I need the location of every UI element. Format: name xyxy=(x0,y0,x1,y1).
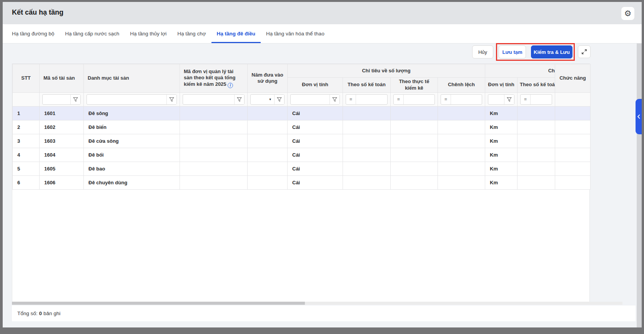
col-header-qty-accounting[interactable]: Theo số kế toán xyxy=(343,78,391,93)
cell-empty xyxy=(343,148,391,162)
tab-ha-tang-van-hoa-the-thao[interactable]: Hạ tầng văn hóa thể thao xyxy=(261,24,330,43)
filter-funnel-icon[interactable] xyxy=(70,95,80,104)
filter-input-asset-category[interactable] xyxy=(87,95,166,104)
filter-equals-operator[interactable]: = xyxy=(346,95,356,104)
filter-input-unit-code[interactable] xyxy=(183,95,234,104)
cell-qty-unit: Cái xyxy=(288,134,343,148)
assets-table: STT Mã số tài sản Danh mục tài sản Mã đơ… xyxy=(12,63,590,302)
col-header-unit-code[interactable]: Mã đơn vị quản lý tài sản theo kết quả t… xyxy=(180,64,248,93)
cell-empty xyxy=(438,162,485,175)
cell-stt: 2 xyxy=(13,120,40,134)
table-row[interactable]: 4 1604 Đê bối Cái Km xyxy=(13,148,591,162)
table-row[interactable]: 5 1605 Đê bao Cái Km xyxy=(13,162,591,175)
cell-empty xyxy=(180,106,248,120)
gear-icon: ⚙ xyxy=(624,9,632,18)
info-icon[interactable]: i xyxy=(228,83,233,88)
filter-funnel-icon[interactable] xyxy=(274,95,284,104)
col-header-stt[interactable]: STT xyxy=(13,64,40,93)
cell-empty xyxy=(438,148,485,162)
filter-funnel-icon[interactable] xyxy=(166,95,176,104)
col-header-val-accounting[interactable]: Theo số kế toá xyxy=(518,78,555,93)
cell-empty xyxy=(343,106,391,120)
col-header-year-in-use[interactable]: Năm đưa vào sử dụng xyxy=(248,64,288,93)
cell-empty xyxy=(391,120,438,134)
col-group-quantity: Chỉ tiêu về số lượng xyxy=(288,64,485,78)
vertical-scrollbar-track xyxy=(637,43,642,327)
filter-funnel-icon[interactable] xyxy=(329,95,339,104)
cell-asset-name: Đê sông xyxy=(84,106,180,120)
cell-empty xyxy=(518,162,555,175)
filter-funnel-icon[interactable] xyxy=(504,95,514,104)
page-title: Kết cấu hạ tầng xyxy=(12,8,63,17)
filter-equals-operator[interactable]: = xyxy=(521,95,531,104)
cell-empty xyxy=(391,175,438,189)
cell-empty xyxy=(518,175,555,189)
filter-row: ▾ = = = = xyxy=(13,92,591,106)
cell-val-unit: Km xyxy=(485,148,518,162)
filter-input-asset-code[interactable] xyxy=(43,95,70,104)
filter-year-dropdown[interactable]: ▾ xyxy=(251,97,274,101)
col-header-asset-code[interactable]: Mã số tài sản xyxy=(40,64,84,93)
cell-stt: 4 xyxy=(13,148,40,162)
side-panel-toggle[interactable] xyxy=(636,99,642,134)
filter-input-val-accounting[interactable] xyxy=(531,95,552,104)
table-row[interactable]: 6 1606 Đê chuyên dùng Cái Km xyxy=(13,175,591,189)
col-header-qty-actual[interactable]: Theo thực tế kiểm kê xyxy=(391,78,438,93)
cell-asset-code: 1601 xyxy=(40,106,84,120)
tab-ha-tang-de-dieu[interactable]: Hạ tầng đê điều xyxy=(211,24,261,43)
filter-cell-functions xyxy=(555,92,591,106)
tab-bar: Hạ tầng đường bộ Hạ tầng cấp nước sạch H… xyxy=(3,24,642,43)
tab-ha-tang-cap-nuoc-sach[interactable]: Hạ tầng cấp nước sạch xyxy=(60,24,125,43)
cell-empty xyxy=(555,134,591,148)
expand-button[interactable] xyxy=(578,45,591,58)
check-and-save-button[interactable]: Kiểm tra & Lưu xyxy=(531,45,572,58)
cell-asset-code: 1604 xyxy=(40,148,84,162)
filter-input-qty-actual[interactable] xyxy=(404,95,434,104)
filter-funnel-icon[interactable] xyxy=(234,95,244,104)
tab-ha-tang-cho[interactable]: Hạ tầng chợ xyxy=(172,24,211,43)
cancel-button[interactable]: Hủy xyxy=(472,45,493,58)
cell-val-unit: Km xyxy=(485,134,518,148)
col-header-qty-diff[interactable]: Chênh lệch xyxy=(438,78,485,93)
cell-empty xyxy=(518,148,555,162)
filter-input-qty-accounting[interactable] xyxy=(356,95,387,104)
cell-empty xyxy=(248,162,288,175)
tab-ha-tang-thuy-loi[interactable]: Hạ tầng thủy lợi xyxy=(125,24,172,43)
cell-empty xyxy=(555,120,591,134)
app-window: Kết cấu hạ tầng ⚙ Hạ tầng đường bộ Hạ tầ… xyxy=(3,2,642,327)
cell-empty xyxy=(438,134,485,148)
col-group-value-truncated: Ch xyxy=(485,64,555,78)
save-temp-button[interactable]: Lưu tạm xyxy=(499,45,526,58)
total-count: 0 xyxy=(39,311,42,316)
cell-empty xyxy=(438,120,485,134)
cell-val-unit: Km xyxy=(485,106,518,120)
cell-empty xyxy=(438,106,485,120)
tab-ha-tang-duong-bo[interactable]: Hạ tầng đường bộ xyxy=(7,24,60,43)
horizontal-scrollbar-thumb[interactable] xyxy=(12,302,305,305)
table-row[interactable]: 2 1602 Đê biển Cái Km xyxy=(13,120,591,134)
cell-empty xyxy=(248,120,288,134)
settings-button[interactable]: ⚙ xyxy=(621,7,634,20)
cell-qty-unit: Cái xyxy=(288,162,343,175)
filter-equals-operator[interactable]: = xyxy=(394,95,404,104)
col-header-val-unit[interactable]: Đơn vị tính xyxy=(485,78,518,93)
table-row[interactable]: 3 1603 Đê cửa sông Cái Km xyxy=(13,134,591,148)
filter-equals-operator[interactable]: = xyxy=(441,95,451,104)
cell-qty-unit: Cái xyxy=(288,175,343,189)
filter-input-qty-unit[interactable] xyxy=(291,95,329,104)
expand-icon xyxy=(581,49,587,55)
cell-empty xyxy=(180,134,248,148)
total-suffix: bản ghi xyxy=(43,311,60,316)
cell-empty xyxy=(180,148,248,162)
cell-empty xyxy=(248,134,288,148)
col-header-asset-category[interactable]: Danh mục tài sản xyxy=(84,64,180,93)
table-row[interactable]: 1 1601 Đê sông Cái Km xyxy=(13,106,591,120)
filter-input-val-unit[interactable] xyxy=(488,95,504,104)
cell-asset-code: 1606 xyxy=(40,175,84,189)
cell-empty xyxy=(391,106,438,120)
chevron-left-icon xyxy=(637,114,640,119)
filter-input-qty-diff[interactable] xyxy=(451,95,482,104)
cell-empty xyxy=(248,175,288,189)
col-header-qty-unit[interactable]: Đơn vị tính xyxy=(288,78,343,93)
cell-empty xyxy=(438,175,485,189)
